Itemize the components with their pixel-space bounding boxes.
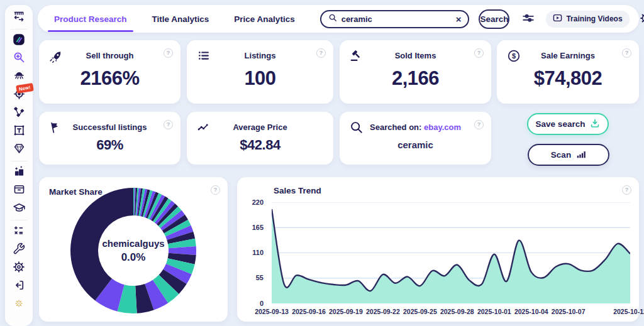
x-tick-label: 2025-10-01: [477, 308, 511, 315]
y-tick-label: 110: [241, 249, 264, 256]
y-tick-label: 165: [241, 224, 264, 231]
stat-value: $42.84: [187, 137, 333, 153]
store-collapse-icon: [13, 10, 26, 26]
video-icon: [553, 13, 562, 24]
tab-price-analytics[interactable]: Price Analytics: [234, 6, 294, 32]
sidebar-divider: [11, 161, 27, 161]
help-icon[interactable]: ?: [474, 48, 484, 58]
sliders-icon: [521, 11, 535, 27]
search-box[interactable]: ×: [320, 10, 470, 28]
sparkle-icon: [14, 298, 24, 311]
gear-icon: [13, 261, 25, 276]
topbar: Product Research Title Analytics Price A…: [38, 5, 639, 33]
sidebar-item-item-finder[interactable]: [5, 141, 33, 159]
sidebar-item-product-research[interactable]: [5, 50, 33, 68]
sidebar: New!: [5, 5, 33, 326]
x-tick-label: 2025-09-19: [329, 308, 363, 315]
y-tick-label: 0: [241, 300, 264, 307]
rocket-icon: [49, 49, 64, 67]
sidebar-item-academy[interactable]: [5, 200, 33, 218]
search-button[interactable]: Search: [479, 9, 509, 29]
trend-line-icon: [197, 121, 210, 136]
sidebar-item-settings[interactable]: [5, 259, 33, 277]
stat-card-sale-earnings: $ Sale Earnings ? $74,802: [497, 40, 639, 104]
spy-icon: [13, 69, 26, 85]
search-input[interactable]: [341, 14, 452, 24]
sidebar-item-title-builder[interactable]: [5, 122, 33, 141]
sidebar-item-autopilot[interactable]: New!: [5, 86, 33, 104]
x-tick-label: 2025-09-22: [366, 308, 400, 315]
settings-button[interactable]: [640, 12, 644, 26]
logout-icon: [13, 279, 25, 294]
tab-title-analytics[interactable]: Title Analytics: [152, 6, 209, 32]
bars-icon: [576, 149, 586, 161]
stat-card-listings: Listings ? 100: [187, 40, 333, 104]
market-share-donut[interactable]: chemicalguys 0.0%: [69, 186, 198, 315]
sidebar-item-tools[interactable]: [5, 241, 33, 259]
save-icon: [590, 118, 600, 130]
sidebar-item-whats-new[interactable]: [5, 295, 33, 313]
sidebar-divider: [11, 29, 27, 30]
sidebar-divider: [11, 220, 27, 220]
sidebar-item-logo[interactable]: [5, 31, 33, 50]
sidebar-item-logout[interactable]: [5, 277, 33, 295]
searched-site[interactable]: ebay.com: [424, 122, 461, 132]
magnifier-icon: [350, 121, 364, 137]
x-tick-label: 2025-09-25: [403, 308, 437, 315]
training-videos-button[interactable]: Training Videos: [546, 11, 629, 28]
flag-icon: [49, 121, 62, 136]
sidebar-item-best-selling[interactable]: [5, 163, 33, 182]
sales-trend-plot[interactable]: [272, 202, 630, 303]
help-icon[interactable]: ?: [474, 120, 484, 129]
market-share-card: Market Share ? chemicalguys 0.0%: [39, 177, 228, 322]
scan-label: Scan: [551, 150, 571, 160]
sidebar-item-profit-calculator[interactable]: [5, 222, 33, 241]
x-tick-label: 2025-10-12: [613, 308, 644, 315]
y-axis-labels: 055110165220: [241, 202, 267, 303]
stat-card-sell-through: Sell through ? 2166%: [39, 40, 180, 104]
area-fill: [272, 209, 630, 303]
searched-on-label: Searched on:: [370, 122, 421, 132]
calculator-icon: [13, 224, 25, 239]
diamond-icon: [13, 142, 26, 158]
stat-value: 100: [187, 67, 333, 90]
x-tick-label: 2025-10-07: [552, 308, 586, 315]
title-builder-icon: [13, 124, 26, 139]
product-research-dashboard: New!: [0, 0, 644, 326]
gavel-icon: [350, 49, 364, 65]
sales-trend-title: Sales Trend: [274, 186, 321, 195]
x-tick-label: 2025-09-28: [440, 308, 474, 315]
wrench-icon: [13, 242, 25, 258]
store-switcher-button[interactable]: [5, 9, 33, 27]
magnifier-plus-icon: [13, 51, 26, 67]
y-tick-label: 55: [241, 274, 264, 281]
scan-button[interactable]: Scan: [528, 144, 609, 166]
x-tick-label: 2025-10-04: [514, 308, 548, 315]
help-icon[interactable]: ?: [316, 48, 326, 58]
tab-product-research[interactable]: Product Research: [54, 6, 127, 32]
podium-star-icon: [13, 165, 26, 180]
donut-chart[interactable]: [69, 186, 198, 315]
sidebar-item-saved-products[interactable]: [5, 182, 33, 200]
clear-search-icon[interactable]: ×: [456, 14, 462, 24]
help-icon[interactable]: ?: [622, 185, 631, 195]
help-icon[interactable]: ?: [164, 120, 173, 129]
sidebar-item-category-research[interactable]: [5, 104, 33, 122]
stat-value: 69%: [39, 137, 180, 153]
stat-value: $74,802: [497, 67, 639, 90]
help-icon[interactable]: ?: [211, 185, 220, 195]
box-icon: [13, 183, 26, 198]
new-badge: New!: [16, 83, 33, 94]
graduation-cap-icon: [13, 201, 26, 217]
filters-button[interactable]: [521, 11, 535, 27]
save-search-button[interactable]: Save search: [527, 113, 609, 135]
donut-slice[interactable]: [70, 188, 133, 300]
y-tick-label: 220: [241, 198, 264, 206]
stat-card-searched-on: Searched on: ebay.com ? ceramic: [340, 112, 491, 165]
area-chart[interactable]: [272, 202, 630, 303]
help-icon[interactable]: ?: [622, 48, 631, 58]
save-search-label: Save search: [536, 119, 586, 129]
help-icon[interactable]: ?: [164, 48, 173, 58]
search-icon: [328, 13, 337, 24]
sales-trend-card: Sales Trend ? 055110165220 2025-09-13202…: [237, 177, 639, 322]
